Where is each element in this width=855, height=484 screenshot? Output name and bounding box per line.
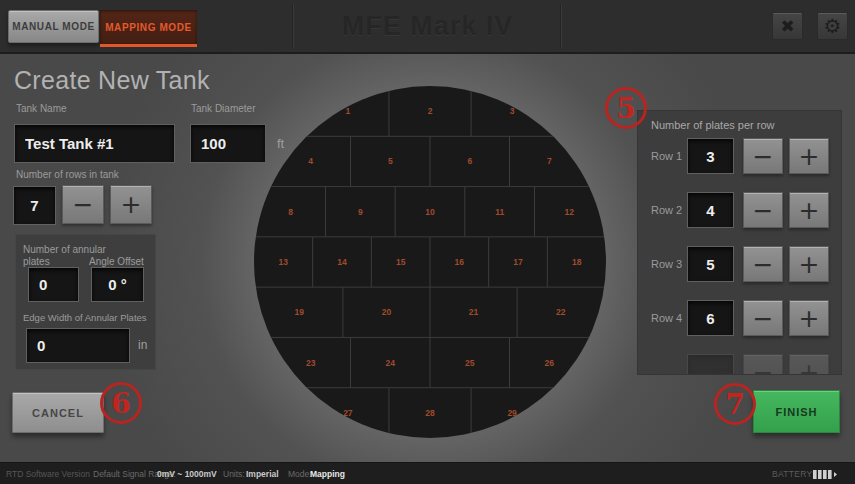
svg-text:11: 11: [495, 207, 504, 217]
row-plus-button[interactable]: +: [789, 300, 829, 336]
svg-text:16: 16: [455, 257, 465, 267]
svg-text:23: 23: [306, 358, 316, 368]
angle-offset-label: Angle Offset: [89, 256, 144, 268]
svg-text:29: 29: [507, 408, 517, 418]
app-window: MANUAL MODE MAPPING MODE MFE Mark IV ✖ ⚙…: [0, 0, 855, 484]
svg-text:15: 15: [396, 257, 406, 267]
plates-panel-title: Number of plates per row: [651, 119, 775, 131]
svg-text:6: 6: [467, 156, 472, 166]
row-minus-button[interactable]: −: [743, 300, 783, 336]
plates-row: Row 1−+: [651, 138, 833, 174]
angle-offset-input[interactable]: [91, 267, 144, 302]
svg-text:21: 21: [469, 307, 479, 317]
svg-text:8: 8: [288, 207, 293, 217]
svg-text:2: 2: [428, 106, 433, 116]
annular-plates-panel: Number of annular plates Angle Offset Ed…: [15, 234, 156, 370]
svg-text:18: 18: [572, 257, 582, 267]
row-minus-button[interactable]: −: [743, 354, 783, 375]
svg-text:9: 9: [358, 207, 363, 217]
row-plus-button[interactable]: +: [789, 354, 829, 375]
row-plates-input[interactable]: [687, 300, 734, 336]
svg-text:24: 24: [386, 358, 396, 368]
battery-label: BATTERY:: [772, 463, 815, 484]
svg-text:7: 7: [547, 156, 552, 166]
signal-range-value: 0mV ~ 1000mV: [157, 463, 217, 484]
rows-minus-button[interactable]: −: [62, 185, 104, 224]
svg-text:28: 28: [425, 408, 435, 418]
header-bar: MANUAL MODE MAPPING MODE MFE Mark IV ✖ ⚙: [0, 0, 855, 54]
annular-plates-input[interactable]: [28, 267, 79, 302]
svg-text:10: 10: [425, 207, 435, 217]
units-value: Imperial: [246, 463, 279, 484]
svg-text:1: 1: [346, 106, 351, 116]
svg-text:14: 14: [337, 257, 347, 267]
rows-plus-button[interactable]: +: [110, 185, 152, 224]
svg-text:4: 4: [308, 156, 313, 166]
rows-in-tank-input[interactable]: [13, 186, 56, 225]
row-plates-input[interactable]: [687, 192, 734, 228]
status-bar: RTD Software Version Default Signal Rang…: [0, 462, 855, 484]
units-label: Units:: [223, 463, 245, 484]
rows-in-tank-label: Number of rows in tank: [16, 169, 119, 181]
svg-text:27: 27: [343, 408, 353, 418]
row-plates-input[interactable]: [687, 246, 734, 282]
svg-text:5: 5: [388, 156, 393, 166]
plates-row: −+: [651, 354, 833, 375]
svg-text:17: 17: [513, 257, 523, 267]
plates-row: Row 3−+: [651, 246, 833, 282]
tank-diameter-unit: ft: [277, 136, 284, 151]
settings-button[interactable]: ⚙: [817, 12, 848, 40]
svg-text:12: 12: [565, 207, 575, 217]
row-plus-button[interactable]: +: [789, 246, 829, 282]
edge-width-unit: in: [138, 338, 147, 352]
plates-row: Row 2−+: [651, 192, 833, 228]
svg-text:26: 26: [545, 358, 555, 368]
svg-text:19: 19: [295, 307, 305, 317]
finish-button[interactable]: FINISH: [753, 390, 840, 433]
svg-text:22: 22: [556, 307, 566, 317]
row-label: Row 3: [651, 258, 687, 270]
row-minus-button[interactable]: −: [743, 138, 783, 174]
tank-name-label: Tank Name: [16, 103, 67, 115]
row-label: Row 2: [651, 204, 687, 216]
svg-text:20: 20: [382, 307, 392, 317]
page-title: Create New Tank: [14, 66, 210, 95]
battery-icon: [813, 469, 840, 480]
row-minus-button[interactable]: −: [743, 192, 783, 228]
software-version-label: RTD Software Version: [6, 463, 90, 484]
plates-rows: Row 1−+Row 2−+Row 3−+Row 4−+−+: [651, 138, 833, 375]
row-label: Row 4: [651, 312, 687, 324]
svg-text:3: 3: [510, 106, 515, 116]
row-minus-button[interactable]: −: [743, 246, 783, 282]
mode-value: Mapping: [310, 463, 345, 484]
row-plates-input[interactable]: [687, 354, 734, 375]
edge-width-input[interactable]: [26, 328, 130, 363]
tools-button[interactable]: ✖: [772, 12, 803, 40]
row-plates-input[interactable]: [687, 138, 734, 174]
gear-icon: ⚙: [824, 16, 842, 36]
tank-diameter-input[interactable]: [190, 124, 266, 163]
header-icon-buttons: ✖ ⚙: [772, 12, 848, 40]
annotation-circle-5: 5: [605, 87, 647, 129]
tools-icon: ✖: [780, 18, 794, 35]
row-plus-button[interactable]: +: [789, 192, 829, 228]
row-plus-button[interactable]: +: [789, 138, 829, 174]
tank-name-input[interactable]: [14, 124, 175, 163]
annotation-circle-6: 6: [100, 382, 142, 424]
plates-row: Row 4−+: [651, 300, 833, 336]
cancel-button[interactable]: CANCEL: [12, 392, 104, 433]
mode-label: Mode:: [288, 463, 312, 484]
svg-text:13: 13: [279, 257, 289, 267]
minus-icon: −: [73, 192, 94, 217]
plus-icon: +: [121, 192, 142, 217]
row-label: Row 1: [651, 150, 687, 162]
plates-per-row-panel: Number of plates per row Row 1−+Row 2−+R…: [637, 110, 842, 375]
svg-text:25: 25: [465, 358, 475, 368]
annotation-circle-7: 7: [714, 383, 756, 425]
tank-diameter-label: Tank Diameter: [191, 103, 255, 115]
app-title: MFE Mark IV: [0, 11, 855, 42]
edge-width-label: Edge Width of Annular Plates: [23, 312, 147, 324]
